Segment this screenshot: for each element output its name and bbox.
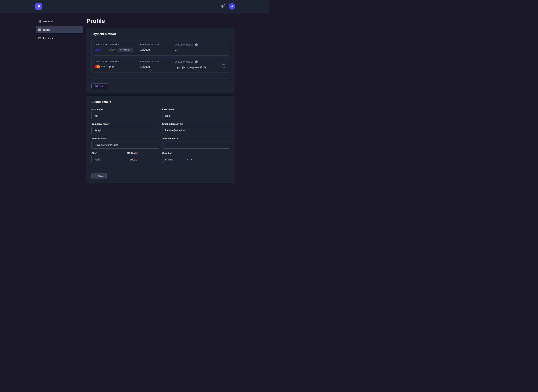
notification-dot — [224, 4, 225, 5]
city-input[interactable] — [91, 156, 124, 163]
zip-label: ZIP Code* — [127, 152, 159, 154]
row-spacer — [198, 152, 230, 163]
sidebar-item-label: General — [43, 20, 52, 23]
address2-field-group: Address line 2 — [162, 137, 230, 149]
save-button-label: Save — [98, 175, 104, 177]
chevron-down-icon[interactable]: ▼ — [191, 159, 192, 160]
first-name-label: First name — [91, 108, 159, 111]
notifications-button[interactable] — [221, 5, 224, 8]
expiration-date-header: EXPIRATION DATE — [140, 61, 175, 63]
linked-project-value: – — [175, 48, 227, 52]
address1-label: Address line 1* — [91, 137, 159, 140]
profile-content: Profile Payment method CREDIT CARD NUMBE… — [86, 13, 235, 196]
card-actions-menu-button[interactable]: ••• — [222, 62, 227, 68]
billing-details-heading: Billing details — [91, 100, 230, 104]
sidebar-item-label: Billing — [43, 28, 50, 31]
page-title: Profile — [86, 17, 235, 24]
company-name-input[interactable] — [91, 127, 159, 134]
info-icon[interactable]: i — [180, 123, 183, 125]
card-last4: 4444 — [108, 65, 114, 68]
visa-logo: VISA — [95, 48, 100, 51]
linked-project-value: myproject1, myproject2(2) — [175, 65, 222, 69]
city-field-group: City* — [91, 152, 124, 163]
city-label: City* — [91, 152, 124, 154]
expiration-date-value: 12/2029 — [140, 65, 175, 69]
card-last4: 4242 — [109, 48, 115, 51]
required-marker: * — [107, 137, 108, 140]
settings-sidebar: General Billing $ — [0, 13, 86, 43]
email-field-group: Email address* i — [162, 123, 230, 134]
save-button[interactable]: ✓ Save — [91, 173, 107, 179]
strapi-logo[interactable] — [35, 3, 42, 10]
section-divider — [91, 78, 230, 79]
address2-label: Address line 2 — [162, 137, 230, 140]
zip-input[interactable] — [127, 156, 159, 163]
mastercard-logo — [95, 65, 100, 68]
primary-badge: PRIMARY — [118, 48, 133, 52]
email-label: Email address* i — [162, 123, 230, 125]
billing-details-card: Billing details First name Last name — [86, 96, 235, 183]
expiration-date-value: 12/2029 — [140, 48, 175, 51]
user-avatar[interactable] — [229, 3, 235, 9]
linked-project-header: LINKED PROJECT i — [175, 61, 222, 63]
zip-field-group: ZIP Code* — [127, 152, 159, 163]
sliders-icon — [38, 20, 41, 23]
info-icon[interactable]: i — [195, 61, 198, 63]
sidebar-item-invoices[interactable]: $ Invoices — [36, 34, 83, 42]
address1-field-group: Address line 1* — [91, 137, 159, 149]
country-label: Country* — [162, 152, 195, 154]
topbar-actions — [221, 3, 235, 9]
email-input[interactable] — [162, 127, 230, 134]
credit-card-icon — [38, 28, 41, 31]
sidebar-item-label: Invoices — [43, 37, 53, 40]
required-marker: * — [96, 152, 97, 154]
sidebar-item-billing[interactable]: Billing — [36, 26, 83, 33]
invoice-icon: $ — [38, 37, 41, 39]
required-marker: * — [109, 123, 110, 125]
credit-card-number-header: CREDIT CARD NUMBER — [95, 61, 140, 63]
required-marker: * — [171, 152, 172, 154]
check-icon: ✓ — [94, 175, 96, 177]
city-zip-country-row: City* ZIP Code* Country* — [91, 152, 230, 163]
linked-project-header: LINKED PROJECT i — [175, 43, 227, 46]
sidebar-item-general[interactable]: General — [36, 18, 83, 25]
add-card-button[interactable]: Add card — [91, 83, 108, 89]
country-value: France — [165, 158, 186, 161]
section-divider — [91, 169, 230, 169]
credit-card-row-mastercard: CREDIT CARD NUMBER •••• 4444 EXPIRATION … — [91, 57, 230, 73]
last-name-input[interactable] — [162, 112, 230, 119]
country-field-group: Country* France ✕ ▼ — [162, 152, 195, 163]
clear-icon[interactable]: ✕ — [186, 158, 188, 161]
svg-text:$: $ — [38, 37, 39, 38]
required-marker: * — [178, 123, 179, 125]
strapi-logo-glyph — [36, 4, 41, 9]
country-select[interactable]: France ✕ ▼ — [162, 156, 195, 163]
address1-input[interactable] — [91, 141, 159, 149]
credit-card-number-header: CREDIT CARD NUMBER — [95, 43, 140, 46]
avatar-strapi-glyph — [230, 5, 234, 8]
bell-icon — [221, 5, 224, 8]
last-name-label: Last name — [162, 108, 230, 111]
last-name-field-group: Last name — [162, 108, 230, 119]
credit-card-row-visa: CREDIT CARD NUMBER VISA •••• 4242 PRIMAR… — [91, 40, 230, 56]
payment-method-heading: Payment method — [91, 32, 230, 36]
masked-digits: •••• — [102, 48, 108, 51]
info-icon[interactable]: i — [195, 43, 198, 46]
company-name-label: Company name* — [91, 123, 159, 125]
expiration-date-header: EXPIRATION DATE — [140, 43, 175, 46]
required-marker: * — [137, 152, 138, 154]
top-bar — [0, 0, 269, 13]
payment-method-card: Payment method CREDIT CARD NUMBER VISA •… — [86, 28, 235, 93]
billing-form: First name Last name Company name* — [91, 108, 230, 163]
address2-input[interactable] — [162, 141, 230, 149]
masked-digits: •••• — [101, 65, 107, 68]
first-name-input[interactable] — [91, 112, 159, 119]
company-name-field-group: Company name* — [91, 123, 159, 134]
first-name-field-group: First name — [91, 108, 159, 119]
